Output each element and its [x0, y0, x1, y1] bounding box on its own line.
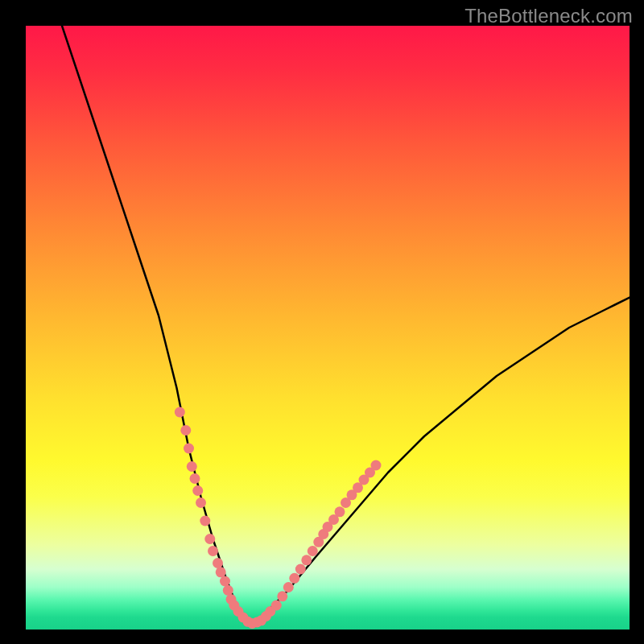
- data-dot: [187, 461, 197, 472]
- data-dot: [335, 506, 345, 517]
- data-dot: [184, 444, 194, 454]
- data-dot: [208, 546, 218, 556]
- data-dot: [271, 601, 282, 611]
- curve-svg: [26, 26, 630, 630]
- chart-frame: TheBottleneck.com: [0, 0, 644, 644]
- bottleneck-curve: [62, 26, 630, 624]
- data-dot: [213, 558, 223, 568]
- data-dot: [200, 516, 210, 526]
- data-dot: [204, 534, 215, 544]
- plot-area: [26, 26, 630, 630]
- data-dot: [295, 564, 306, 575]
- data-dot: [216, 567, 226, 577]
- data-dot: [192, 485, 203, 496]
- data-dot: [301, 555, 312, 565]
- data-dot: [196, 497, 206, 508]
- data-dot: [277, 591, 287, 601]
- data-dot: [371, 460, 382, 471]
- data-dot: [220, 576, 230, 587]
- data-dot: [190, 473, 200, 484]
- data-dot: [308, 546, 318, 556]
- data-dot: [223, 585, 233, 596]
- data-dot: [289, 573, 299, 584]
- watermark-label: TheBottleneck.com: [464, 5, 633, 27]
- data-dot: [175, 407, 185, 418]
- data-dot: [283, 582, 294, 592]
- data-dot: [180, 425, 191, 436]
